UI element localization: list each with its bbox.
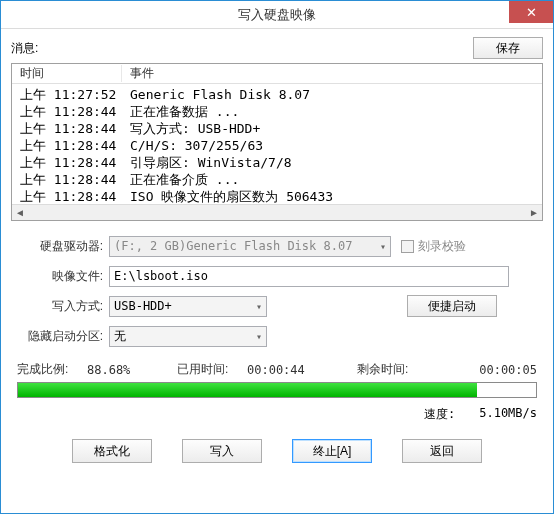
log-event: 引导扇区: WinVista/7/8 (122, 154, 542, 171)
log-time: 上午 11:28:44 (12, 171, 122, 188)
row-drive: 硬盘驱动器: (F:, 2 GB)Generic Flash Disk 8.07… (17, 235, 537, 257)
verify-checkbox[interactable]: 刻录校验 (401, 238, 466, 255)
dialog-window: 写入硬盘映像 ✕ 消息: 保存 时间 事件 上午 11:27:52Generic… (0, 0, 554, 514)
hide-boot-value: 无 (114, 328, 126, 345)
image-label: 映像文件: (17, 268, 109, 285)
log-time: 上午 11:28:44 (12, 103, 122, 120)
scroll-track[interactable] (28, 206, 526, 220)
image-file-value: E:\lsboot.iso (114, 269, 208, 283)
remain-label: 剩余时间: (357, 361, 427, 378)
log-time: 上午 11:27:52 (12, 86, 122, 103)
info-row: 消息: 保存 (11, 37, 543, 59)
log-event: 正在准备数据 ... (122, 103, 542, 120)
remain-value: 00:00:05 (427, 363, 537, 377)
scroll-left-icon[interactable]: ◄ (12, 206, 28, 220)
log-event: Generic Flash Disk 8.07 (122, 86, 542, 103)
elapsed-value: 00:00:44 (247, 363, 357, 377)
row-hide-boot: 隐藏启动分区: 无 ▾ (17, 325, 537, 347)
image-file-input[interactable]: E:\lsboot.iso (109, 266, 509, 287)
log-time: 上午 11:28:44 (12, 154, 122, 171)
drive-label: 硬盘驱动器: (17, 238, 109, 255)
log-row: 上午 11:28:44C/H/S: 307/255/63 (12, 137, 542, 154)
elapsed-label: 已用时间: (177, 361, 247, 378)
log-header-event: 事件 (122, 65, 542, 82)
log-row: 上午 11:28:44ISO 映像文件的扇区数为 506433 (12, 188, 542, 205)
log-header-time: 时间 (12, 65, 122, 82)
horizontal-scrollbar[interactable]: ◄ ► (12, 204, 542, 220)
bottom-button-row: 格式化 写入 终止[A] 返回 (11, 433, 543, 469)
window-title: 写入硬盘映像 (238, 6, 316, 24)
drive-value: (F:, 2 GB)Generic Flash Disk 8.07 (114, 239, 352, 253)
log-event: 正在准备介质 ... (122, 171, 542, 188)
speed-row: 速度: 5.10MB/s (11, 400, 543, 433)
form-area: 硬盘驱动器: (F:, 2 GB)Generic Flash Disk 8.07… (11, 235, 543, 355)
log-panel: 时间 事件 上午 11:27:52Generic Flash Disk 8.07… (11, 63, 543, 221)
speed-label: 速度: (424, 406, 455, 423)
abort-button[interactable]: 终止[A] (292, 439, 372, 463)
progress-bar (17, 382, 537, 398)
chevron-down-icon: ▾ (250, 301, 262, 312)
drive-combo[interactable]: (F:, 2 GB)Generic Flash Disk 8.07 ▾ (109, 236, 391, 257)
log-event: 写入方式: USB-HDD+ (122, 120, 542, 137)
row-write-mode: 写入方式: USB-HDD+ ▾ 便捷启动 (17, 295, 537, 317)
content-area: 消息: 保存 时间 事件 上午 11:27:52Generic Flash Di… (1, 29, 553, 513)
write-mode-combo[interactable]: USB-HDD+ ▾ (109, 296, 267, 317)
log-header: 时间 事件 (12, 64, 542, 84)
row-image: 映像文件: E:\lsboot.iso (17, 265, 537, 287)
log-body: 上午 11:27:52Generic Flash Disk 8.07上午 11:… (12, 84, 542, 222)
log-time: 上午 11:28:44 (12, 137, 122, 154)
progress-fill (18, 383, 477, 397)
done-label: 完成比例: (17, 361, 87, 378)
log-row: 上午 11:28:44写入方式: USB-HDD+ (12, 120, 542, 137)
scroll-right-icon[interactable]: ► (526, 206, 542, 220)
log-row: 上午 11:28:44正在准备数据 ... (12, 103, 542, 120)
chevron-down-icon: ▾ (250, 331, 262, 342)
verify-label: 刻录校验 (418, 238, 466, 255)
convenient-boot-button[interactable]: 便捷启动 (407, 295, 497, 317)
done-value: 88.68% (87, 363, 177, 377)
speed-value: 5.10MB/s (479, 406, 537, 423)
log-event: C/H/S: 307/255/63 (122, 137, 542, 154)
close-button[interactable]: ✕ (509, 1, 553, 23)
log-time: 上午 11:28:44 (12, 120, 122, 137)
log-event: ISO 映像文件的扇区数为 506433 (122, 188, 542, 205)
write-button[interactable]: 写入 (182, 439, 262, 463)
chevron-down-icon: ▾ (374, 241, 386, 252)
hide-boot-label: 隐藏启动分区: (17, 328, 109, 345)
log-row: 上午 11:28:44引导扇区: WinVista/7/8 (12, 154, 542, 171)
info-label: 消息: (11, 40, 38, 57)
log-time: 上午 11:28:44 (12, 188, 122, 205)
stats-row: 完成比例: 88.68% 已用时间: 00:00:44 剩余时间: 00:00:… (11, 355, 543, 382)
checkbox-box-icon (401, 240, 414, 253)
progress-wrap (11, 382, 543, 400)
titlebar: 写入硬盘映像 ✕ (1, 1, 553, 29)
write-mode-label: 写入方式: (17, 298, 109, 315)
log-row: 上午 11:27:52Generic Flash Disk 8.07 (12, 86, 542, 103)
save-button[interactable]: 保存 (473, 37, 543, 59)
format-button[interactable]: 格式化 (72, 439, 152, 463)
hide-boot-combo[interactable]: 无 ▾ (109, 326, 267, 347)
log-row: 上午 11:28:44正在准备介质 ... (12, 171, 542, 188)
close-icon: ✕ (526, 5, 537, 20)
back-button[interactable]: 返回 (402, 439, 482, 463)
write-mode-value: USB-HDD+ (114, 299, 172, 313)
